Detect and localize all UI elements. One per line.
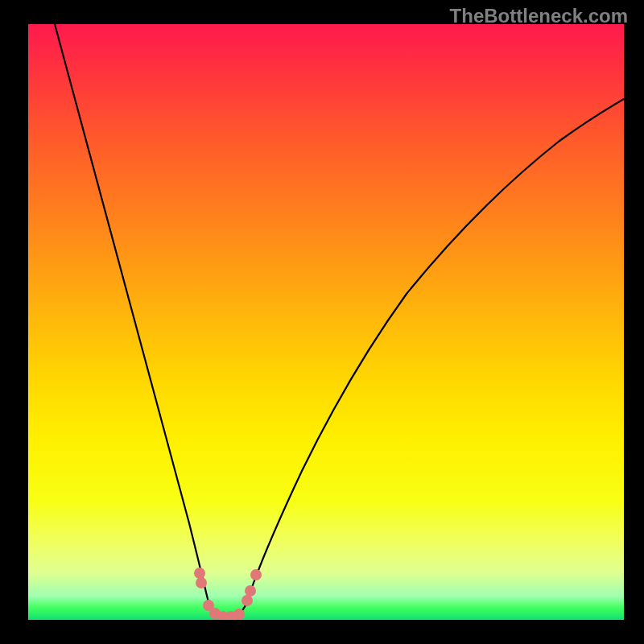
marker-dot [196, 577, 207, 588]
bottleneck-curve [55, 24, 624, 620]
chart-plot-area [28, 24, 624, 620]
minimum-marker-blobs [194, 568, 262, 620]
bottleneck-curve-svg [28, 24, 624, 620]
marker-dot [245, 585, 256, 597]
marker-dot [194, 568, 205, 579]
watermark-text: TheBottleneck.com [450, 5, 628, 27]
marker-dot [250, 569, 262, 580]
marker-dot [233, 609, 245, 620]
marker-dot [242, 595, 253, 606]
